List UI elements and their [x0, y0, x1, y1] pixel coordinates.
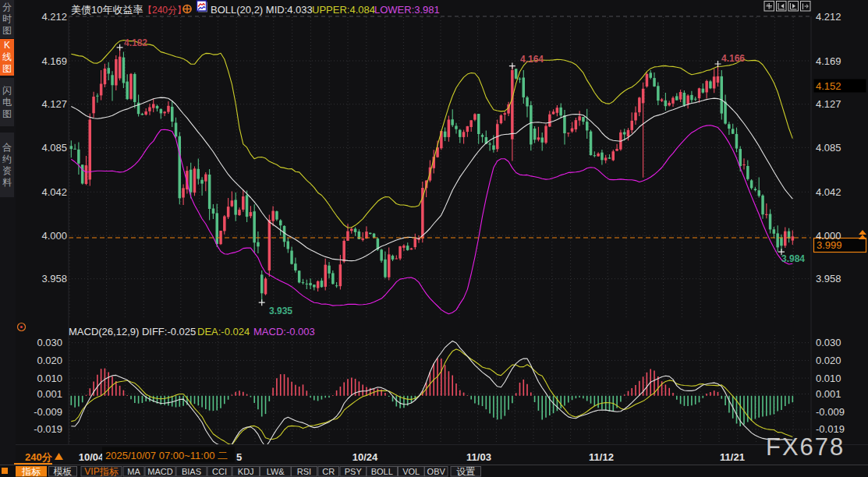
svg-text:资: 资	[2, 165, 12, 176]
svg-text:3.935: 3.935	[269, 306, 292, 316]
svg-text:4.169: 4.169	[41, 55, 67, 67]
svg-text:10/24: 10/24	[353, 451, 378, 463]
svg-text:OBV: OBV	[427, 467, 446, 476]
svg-text:RSI: RSI	[297, 467, 311, 476]
svg-text:-0.009: -0.009	[816, 406, 845, 418]
svg-text:4.085: 4.085	[41, 142, 67, 154]
svg-text:设置: 设置	[456, 466, 475, 477]
svg-text:11/12: 11/12	[589, 451, 614, 463]
svg-text:4.042: 4.042	[41, 186, 67, 198]
svg-text:图: 图	[2, 63, 12, 74]
svg-text:4.212: 4.212	[41, 11, 67, 23]
svg-text:5: 5	[236, 451, 242, 463]
svg-text:时: 时	[2, 13, 12, 24]
svg-text:合: 合	[2, 142, 12, 153]
svg-text:LW&: LW&	[267, 467, 285, 476]
svg-text:VOL: VOL	[402, 467, 420, 476]
svg-text:MACD: MACD	[147, 467, 172, 476]
svg-text:4.166: 4.166	[721, 53, 745, 64]
svg-text:240分: 240分	[25, 451, 53, 463]
svg-text:0.001: 0.001	[37, 388, 62, 400]
svg-text:0.020: 0.020	[37, 355, 62, 366]
svg-text:4.152: 4.152	[816, 80, 841, 92]
svg-text:0.010: 0.010	[37, 373, 62, 384]
svg-text:4.212: 4.212	[816, 11, 841, 23]
svg-text:0.030: 0.030	[816, 337, 841, 348]
svg-text:4.042: 4.042	[816, 186, 841, 198]
svg-text:CCI: CCI	[212, 467, 227, 476]
svg-text:K: K	[4, 40, 10, 51]
svg-text:4.085: 4.085	[816, 142, 841, 154]
svg-text:UPPER:4.084: UPPER:4.084	[312, 4, 375, 16]
svg-text:0.001: 0.001	[816, 388, 841, 400]
svg-text:MA: MA	[127, 467, 140, 476]
svg-text:11/21: 11/21	[720, 451, 745, 463]
svg-text:图: 图	[2, 108, 12, 119]
svg-text:电: 电	[2, 97, 12, 108]
svg-text:分: 分	[2, 2, 12, 12]
svg-text:0.020: 0.020	[816, 355, 841, 366]
svg-text:KDJ: KDJ	[238, 467, 254, 476]
svg-text:3.958: 3.958	[816, 273, 841, 284]
svg-text:4.169: 4.169	[816, 55, 841, 67]
svg-text:-0.009: -0.009	[34, 406, 62, 418]
svg-text:DEA:-0.024: DEA:-0.024	[197, 326, 250, 337]
svg-text:BOLL(20,2) MID:4.033: BOLL(20,2) MID:4.033	[211, 4, 313, 16]
svg-text:0.030: 0.030	[37, 337, 62, 348]
svg-text:4.127: 4.127	[41, 98, 67, 110]
svg-text:BOLL: BOLL	[371, 467, 393, 476]
svg-text:10/04: 10/04	[79, 451, 105, 463]
svg-text:4.000: 4.000	[816, 230, 841, 242]
svg-text:指标: 指标	[21, 466, 41, 477]
svg-text:4.127: 4.127	[816, 98, 841, 110]
svg-text:11/03: 11/03	[466, 451, 491, 463]
svg-text:CR: CR	[322, 467, 335, 476]
svg-text:图: 图	[2, 25, 12, 36]
svg-text:2025/10/07 07:00~11:00 二: 2025/10/07 07:00~11:00 二	[105, 450, 228, 461]
svg-text:MACD(26,12,9) DIFF:-0.025: MACD(26,12,9) DIFF:-0.025	[69, 326, 196, 337]
svg-text:美债10年收益率: 美债10年收益率	[71, 4, 143, 16]
svg-text:FX678: FX678	[766, 433, 845, 461]
svg-text:MACD:-0.003: MACD:-0.003	[253, 326, 315, 337]
svg-text:料: 料	[2, 177, 12, 188]
svg-text:0.010: 0.010	[816, 373, 841, 384]
svg-text:-0.019: -0.019	[34, 423, 62, 435]
svg-text:闪: 闪	[2, 85, 12, 96]
svg-text:约: 约	[2, 154, 12, 164]
svg-text:4.164: 4.164	[520, 54, 544, 65]
svg-text:3.984: 3.984	[781, 253, 805, 264]
svg-text:线: 线	[2, 51, 12, 62]
svg-text:4.000: 4.000	[41, 230, 67, 242]
svg-text:3.958: 3.958	[41, 273, 67, 284]
svg-text:模板: 模板	[54, 466, 73, 477]
svg-text:VIP指标: VIP指标	[84, 466, 119, 477]
svg-text:LOWER:3.981: LOWER:3.981	[374, 4, 440, 16]
svg-text:4.182: 4.182	[124, 37, 147, 48]
svg-text:PSY: PSY	[345, 467, 363, 476]
svg-text:BIAS: BIAS	[182, 467, 201, 476]
svg-text:【240分】: 【240分】	[143, 5, 186, 16]
